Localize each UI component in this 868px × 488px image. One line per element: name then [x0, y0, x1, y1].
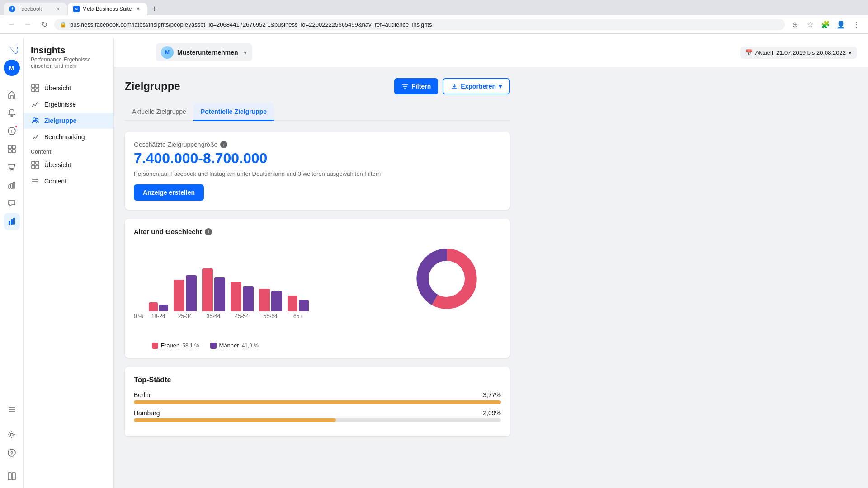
- chart-info-icon[interactable]: i: [205, 228, 212, 235]
- date-range-dropdown-icon: ▾: [849, 49, 852, 56]
- address-bar[interactable]: 🔒 business.facebook.com/latest/insights/…: [54, 19, 785, 30]
- user-avatar[interactable]: M: [4, 60, 20, 76]
- browser-nav-icons: ⊕ ☆ 🧩 👤 ⋮: [788, 18, 863, 31]
- more-button[interactable]: ⋮: [850, 18, 863, 31]
- forward-button[interactable]: →: [22, 18, 34, 31]
- shop-icon[interactable]: [4, 159, 20, 175]
- export-button[interactable]: Exportieren ▾: [443, 78, 510, 94]
- bookmark-button[interactable]: ☆: [804, 18, 816, 31]
- meta-favicon: M: [73, 6, 80, 12]
- message-icon[interactable]: [4, 195, 20, 211]
- svg-point-28: [37, 135, 38, 136]
- tabs-container: Aktuelle Zielgruppe Potentielle Zielgrup…: [125, 103, 510, 121]
- svg-rect-32: [36, 165, 39, 169]
- legend-female-label: Frauen: [161, 342, 179, 349]
- zoom-button[interactable]: ⊕: [788, 18, 801, 31]
- analytics-active-icon[interactable]: [4, 213, 20, 230]
- tab-aktuelle[interactable]: Aktuelle Zielgruppe: [125, 103, 193, 121]
- svg-rect-5: [12, 150, 15, 153]
- age-label-25-34: 25-34: [178, 313, 192, 319]
- business-dropdown-icon: ▾: [244, 49, 247, 56]
- page-title-section: Zielgruppe Filtern Exportieren ▾: [125, 78, 510, 94]
- legend-male-pct: 41,9 %: [242, 343, 259, 349]
- tab-meta[interactable]: M Meta Business Suite ×: [68, 3, 147, 15]
- y-label: 0 %: [134, 313, 143, 319]
- nav-item-content[interactable]: Content: [24, 173, 113, 189]
- cities-card: Top-Städte Berlin 3,77% Hamburg 2,09%: [125, 367, 510, 436]
- create-ad-button[interactable]: Anzeige erstellen: [134, 184, 204, 201]
- bar-male-55-64: [271, 291, 282, 311]
- nav-item-uebersicht1[interactable]: Übersicht: [24, 80, 113, 96]
- top-bar: M Musterunternehmen ▾ 📅 Aktuell: 21.07.2…: [114, 38, 868, 67]
- business-selector[interactable]: M Musterunternehmen ▾: [156, 43, 252, 61]
- tab-potenzielle-label: Potentielle Zielgruppe: [201, 108, 267, 115]
- audience-size-card: Geschätzte Zielgruppengröße i 7.400.000-…: [125, 132, 510, 210]
- browser-chrome: f Facebook × M Meta Business Suite × + ←…: [0, 0, 868, 38]
- city-berlin-name: Berlin: [134, 391, 150, 399]
- extensions-button[interactable]: 🧩: [819, 18, 832, 31]
- chart-title: Alter und Geschlecht i: [134, 228, 501, 235]
- content-icon: [31, 177, 40, 186]
- home-icon[interactable]: [4, 87, 20, 103]
- nav-item-uebersicht2[interactable]: Übersicht: [24, 157, 113, 173]
- date-range-selector[interactable]: 📅 Aktuell: 21.07.2019 bis 20.08.2022 ▾: [740, 47, 857, 59]
- svg-rect-2: [8, 145, 11, 149]
- content-area: Zielgruppe Filtern Exportieren ▾ Ak: [114, 67, 521, 456]
- svg-rect-10: [13, 182, 15, 188]
- benchmarking-icon: [31, 132, 40, 141]
- nav-item-benchmarking[interactable]: Benchmarking: [24, 129, 113, 145]
- city-hamburg-bar-fill: [134, 418, 336, 422]
- grid-icon[interactable]: [4, 141, 20, 157]
- notification-icon[interactable]: !: [4, 123, 20, 139]
- settings-icon[interactable]: [4, 427, 20, 443]
- svg-rect-25: [36, 89, 39, 92]
- legend-female-dot: [152, 343, 158, 349]
- date-range-text: Aktuell: 21.07.2019 bis 20.08.2022: [755, 49, 846, 56]
- legend-male-dot: [210, 343, 217, 349]
- city-hamburg-name: Hamburg: [134, 409, 160, 417]
- nav-item-zielgruppe[interactable]: Zielgruppe: [24, 113, 113, 129]
- ergebnisse-icon: [31, 100, 40, 109]
- bar-group-65plus: 65+: [288, 244, 309, 319]
- bar-female-45-54: [231, 282, 241, 311]
- city-row-berlin: Berlin 3,77%: [134, 391, 501, 404]
- nav-zielgruppe-label: Zielgruppe: [44, 117, 77, 124]
- age-label-35-44: 35-44: [207, 313, 221, 319]
- cities-title: Top-Städte: [134, 376, 501, 384]
- svg-rect-30: [36, 161, 39, 164]
- chart-legend: Frauen 58,1 % Männer 41,9 %: [134, 342, 501, 349]
- svg-point-26: [33, 118, 36, 121]
- new-tab-button[interactable]: +: [148, 3, 160, 15]
- chart-bar-icon[interactable]: [4, 177, 20, 193]
- bar-group-25-34: 25-34: [174, 244, 197, 319]
- refresh-button[interactable]: ↻: [38, 18, 51, 31]
- audience-info-icon[interactable]: i: [220, 141, 227, 148]
- legend-male: Männer 41,9 %: [210, 342, 259, 349]
- nav-benchmarking-label: Benchmarking: [44, 133, 85, 141]
- menu-icon[interactable]: [4, 401, 20, 418]
- calendar-icon: 📅: [745, 49, 753, 56]
- tab-facebook-close[interactable]: ×: [54, 5, 61, 13]
- legend-male-label: Männer: [219, 342, 239, 349]
- tab-potenzielle[interactable]: Potentielle Zielgruppe: [193, 103, 274, 121]
- legend-female-pct: 58,1 %: [182, 343, 199, 349]
- back-button[interactable]: ←: [5, 18, 18, 31]
- city-hamburg-pct: 2,09%: [483, 409, 501, 417]
- svg-rect-4: [8, 150, 11, 153]
- tab-meta-close[interactable]: ×: [134, 5, 142, 13]
- columns-icon[interactable]: [4, 468, 20, 484]
- nav-content-label: Content: [44, 178, 66, 185]
- profile-button[interactable]: 👤: [835, 18, 847, 31]
- bell-icon[interactable]: [4, 105, 20, 121]
- filter-button[interactable]: Filtern: [394, 78, 438, 94]
- browser-nav-bar: ← → ↻ 🔒 business.facebook.com/latest/ins…: [0, 15, 868, 34]
- svg-rect-13: [13, 218, 15, 225]
- tab-facebook[interactable]: f Facebook ×: [4, 3, 67, 15]
- insights-title: Insights: [31, 45, 106, 56]
- city-hamburg-header: Hamburg 2,09%: [134, 409, 501, 417]
- nav-item-ergebnisse[interactable]: Ergebnisse: [24, 96, 113, 113]
- help-icon[interactable]: ?: [4, 445, 20, 461]
- tab-meta-label: Meta Business Suite: [82, 6, 132, 12]
- svg-rect-12: [11, 219, 13, 225]
- legend-female: Frauen 58,1 %: [152, 342, 199, 349]
